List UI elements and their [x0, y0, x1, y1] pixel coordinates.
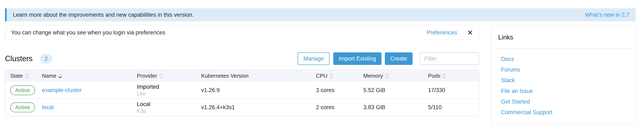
pods-cell: 5/110	[428, 104, 474, 111]
preferences-link[interactable]: Preferences	[427, 30, 457, 36]
whats-new-link[interactable]: What's new in 2.7	[585, 12, 630, 18]
kubernetes-version-cell: v1.26.4+k3s1	[201, 104, 316, 111]
main-content: You can change what you see when you log…	[5, 25, 479, 116]
sort-icon[interactable]	[25, 74, 28, 78]
link-get-started[interactable]: Get Started	[501, 98, 628, 105]
import-existing-button[interactable]: Import Existing	[333, 52, 382, 65]
links-panel: Links Docs Forums Slack File an Issue Ge…	[491, 25, 636, 124]
page-title: Clusters	[5, 54, 32, 63]
provider-cell: Local K3s	[137, 101, 201, 114]
clusters-table: State Name Provider	[5, 70, 479, 116]
column-header-name[interactable]: Name	[42, 73, 137, 79]
column-header-provider[interactable]: Provider	[137, 73, 201, 79]
link-file-an-issue[interactable]: File an Issue	[501, 88, 628, 94]
cpu-cell: 3 cores	[316, 87, 363, 94]
column-header-kubernetes-version[interactable]: Kubernetes Version	[201, 73, 316, 79]
create-button[interactable]: Create	[385, 52, 412, 65]
version-banner: Learn more about the improvements and ne…	[5, 8, 636, 21]
state-cell: Active	[10, 85, 42, 95]
sort-icon[interactable]	[159, 74, 163, 78]
link-docs[interactable]: Docs	[501, 56, 628, 62]
column-header-state[interactable]: State	[10, 73, 42, 79]
provider-distro: K3s	[137, 108, 201, 114]
sort-icon[interactable]	[442, 74, 446, 78]
provider-type: Imported	[137, 84, 201, 90]
provider-cell: Imported Lke	[137, 84, 201, 97]
state-cell: Active	[10, 102, 42, 112]
sort-icon-active[interactable]	[58, 74, 62, 78]
cluster-link[interactable]: example-cluster	[42, 87, 82, 93]
name-cell: local	[42, 104, 137, 111]
status-badge: Active	[10, 102, 35, 112]
links-panel-title: Links	[491, 25, 636, 48]
cpu-cell: 2 cores	[316, 104, 363, 111]
link-slack[interactable]: Slack	[501, 77, 628, 84]
cluster-count-badge: 2	[40, 54, 52, 64]
version-banner-message: Learn more about the improvements and ne…	[13, 12, 194, 18]
status-badge: Active	[10, 85, 35, 95]
link-forums[interactable]: Forums	[501, 66, 628, 73]
main-columns: You can change what you see when you log…	[5, 25, 636, 124]
links-list: Docs Forums Slack File an Issue Get Star…	[491, 48, 636, 124]
link-commercial-support[interactable]: Commercial Support	[501, 109, 628, 116]
close-icon[interactable]: ✕	[467, 29, 473, 36]
memory-cell: 3.83 GiB	[363, 104, 428, 111]
cluster-link[interactable]: local	[42, 104, 54, 110]
provider-type: Local	[137, 101, 201, 108]
column-header-memory[interactable]: Memory	[363, 73, 428, 79]
kubernetes-version-cell: v1.26.9	[201, 87, 316, 94]
pods-cell: 17/330	[428, 87, 474, 94]
table-row: Active local Local K3s v1.26.4+k3s1 2 co…	[5, 99, 479, 116]
column-header-cpu[interactable]: CPU	[316, 73, 363, 79]
table-header-row: State Name Provider	[5, 70, 479, 82]
provider-distro: Lke	[137, 90, 201, 97]
sort-icon[interactable]	[330, 74, 333, 78]
name-cell: example-cluster	[42, 87, 137, 94]
clusters-header-row: Clusters 2 Manage Import Existing Create	[5, 52, 479, 65]
links-sidebar: Links Docs Forums Slack File an Issue Ge…	[491, 25, 636, 124]
preferences-banner: You can change what you see when you log…	[5, 25, 479, 40]
manage-button[interactable]: Manage	[298, 52, 330, 65]
sort-icon[interactable]	[385, 74, 388, 78]
column-header-pods[interactable]: Pods	[428, 73, 474, 79]
filter-input[interactable]	[420, 52, 479, 65]
memory-cell: 5.52 GiB	[363, 87, 428, 94]
preferences-banner-message: You can change what you see when you log…	[11, 30, 165, 36]
table-row: Active example-cluster Imported Lke v1.2…	[5, 82, 479, 99]
